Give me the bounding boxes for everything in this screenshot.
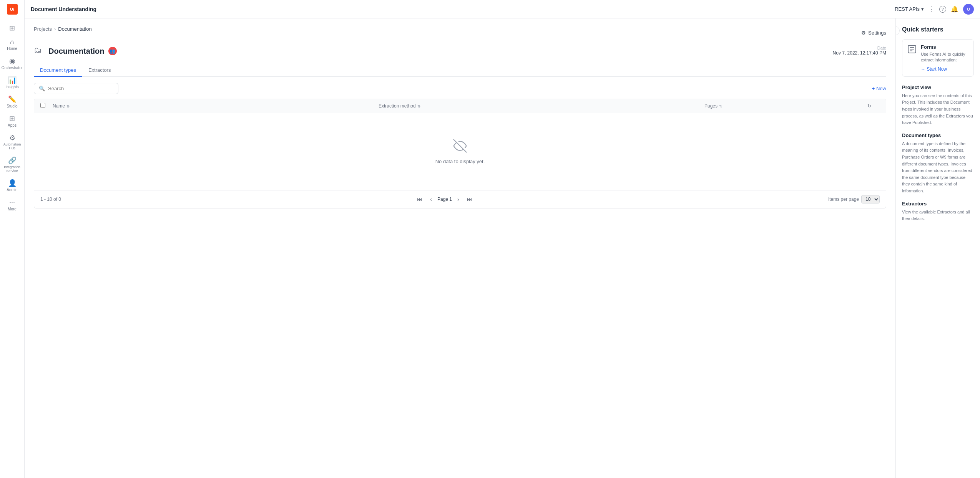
right-panel: › Quick starters Forms (895, 18, 980, 478)
sidebar-item-label: More (8, 207, 17, 211)
tab-extractors[interactable]: Extractors (82, 64, 117, 77)
automation-hub-icon: ⚙ (9, 134, 15, 141)
chevron-down-icon: ▾ (921, 6, 924, 12)
last-page-button[interactable]: ⏭ (465, 195, 475, 203)
info-section-text-project-view: Here you can see the contents of this Pr… (902, 93, 974, 126)
apps-icon: ⊞ (9, 115, 15, 122)
checkbox-all[interactable] (40, 103, 45, 108)
content-area: Projects › Documentation ⚙ Settings 🗂 Do… (25, 18, 980, 478)
bell-icon: 🔔 (951, 5, 958, 13)
title-badge: 👥 (108, 47, 117, 55)
info-section-project-view: Project view Here you can see the conten… (902, 84, 974, 126)
dots-icon: ⋮ (929, 5, 935, 13)
rest-api-button[interactable]: REST APIs ▾ (895, 6, 924, 12)
items-per-page: Items per page 10 25 50 (828, 195, 880, 203)
logo-box: Ui (7, 4, 18, 15)
avatar[interactable]: U (963, 4, 974, 15)
tabs: Document types Extractors (34, 64, 886, 77)
date-value: Nov 7, 2022, 12:17:40 PM (833, 50, 886, 56)
breadcrumb-current: Documentation (58, 26, 91, 32)
pagination-controls: ⏮ ‹ Page 1 › ⏭ (415, 195, 474, 203)
gear-icon: ⚙ (861, 30, 866, 36)
info-section-extractors: Extractors View the available Extractors… (902, 201, 974, 222)
sidebar-item-label: Admin (7, 188, 17, 192)
items-per-page-label: Items per page (828, 197, 859, 202)
sidebar-item-insights[interactable]: 📊 Insights (2, 74, 23, 92)
select-all-checkbox[interactable] (40, 103, 53, 109)
quick-starter-card: Forms Use Forms AI to quickly extract in… (902, 39, 974, 77)
page-header-right: Date Nov 7, 2022, 12:17:40 PM (833, 46, 886, 56)
sidebar-item-apps[interactable]: ⊞ Apps (2, 112, 23, 131)
rest-api-label: REST APIs (895, 6, 920, 12)
column-header-pages[interactable]: Pages ⇅ (704, 103, 867, 109)
sidebar-item-grid[interactable]: ⊞ (2, 22, 23, 35)
start-now-link[interactable]: → Start Now (921, 66, 969, 72)
new-button[interactable]: + New (872, 86, 886, 91)
orchestrator-icon: ◉ (9, 58, 15, 65)
breadcrumb-projects[interactable]: Projects (34, 26, 52, 32)
integration-icon: 🔗 (8, 157, 17, 164)
sidebar-item-label: Automation Hub (3, 142, 22, 150)
sidebar: Ui ⊞ ⌂ Home ◉ Orchestrator 📊 Insights ✏️… (0, 0, 25, 478)
info-section-document-types: Document types A document type is define… (902, 132, 974, 195)
table-container: Name ⇅ Extraction method ⇅ Pages ⇅ ↻ (34, 99, 886, 208)
no-data-text: No data to display yet. (435, 159, 485, 164)
refresh-button[interactable]: ↻ (867, 103, 880, 109)
grid-icon: ⊞ (9, 25, 15, 31)
sidebar-item-label: Studio (7, 104, 17, 108)
home-icon: ⌂ (10, 38, 14, 45)
column-header-name[interactable]: Name ⇅ (53, 103, 379, 109)
help-button[interactable]: ? (939, 6, 946, 13)
sidebar-item-orchestrator[interactable]: ◉ Orchestrator (2, 55, 23, 73)
sidebar-item-automation-hub[interactable]: ⚙ Automation Hub (2, 131, 23, 153)
insights-icon: 📊 (8, 77, 17, 84)
topbar-left: Document Understanding (31, 6, 96, 12)
main-wrapper: Document Understanding REST APIs ▾ ⋮ ? 🔔… (25, 0, 980, 478)
sidebar-item-label: Home (7, 46, 17, 51)
search-icon: 🔍 (39, 86, 45, 91)
product-name: Document Understanding (31, 6, 96, 12)
pagination: 1 - 10 of 0 ⏮ ‹ Page 1 › ⏭ Items per pag… (34, 190, 886, 208)
panel-content: Quick starters Forms Use Forms AI to q (896, 18, 980, 236)
forms-icon (907, 44, 917, 56)
page-header: 🗂 Documentation 👥 Date Nov 7, 2022, 12:1… (34, 46, 886, 56)
sidebar-item-label: Orchestrator (2, 66, 23, 70)
settings-button[interactable]: ⚙ Settings (861, 30, 886, 36)
sidebar-item-home[interactable]: ⌂ Home (2, 35, 23, 54)
sidebar-item-admin[interactable]: 👤 Admin (2, 177, 23, 195)
table-header: Name ⇅ Extraction method ⇅ Pages ⇅ ↻ (34, 99, 886, 113)
product-logo: Document Understanding (31, 6, 96, 12)
refresh-icon: ↻ (867, 103, 871, 109)
per-page-select[interactable]: 10 25 50 (861, 195, 880, 203)
topbar: Document Understanding REST APIs ▾ ⋮ ? 🔔… (25, 0, 980, 18)
search-box: 🔍 (34, 83, 118, 94)
app-logo[interactable]: Ui (3, 3, 22, 15)
studio-icon: ✏️ (8, 96, 17, 103)
page-header-left: 🗂 Documentation 👥 (34, 46, 117, 56)
breadcrumb: Projects › Documentation (34, 26, 92, 32)
qs-title: Forms (921, 44, 969, 50)
date-label: Date (833, 46, 886, 50)
main-content: Projects › Documentation ⚙ Settings 🗂 Do… (25, 18, 895, 478)
sidebar-item-studio[interactable]: ✏️ Studio (2, 93, 23, 111)
more-options-button[interactable]: ⋮ (929, 5, 935, 13)
prev-page-button[interactable]: ‹ (428, 195, 434, 203)
sidebar-item-integration-service[interactable]: 🔗 Integration Service (2, 154, 23, 176)
quick-starter-info: Forms Use Forms AI to quickly extract in… (921, 44, 969, 72)
notifications-button[interactable]: 🔔 (951, 5, 958, 13)
folder-icon: 🗂 (34, 46, 45, 56)
info-section-title-extractors: Extractors (902, 201, 974, 207)
column-header-extraction[interactable]: Extraction method ⇅ (379, 103, 704, 109)
sort-icon-pages: ⇅ (719, 104, 722, 108)
info-section-title-document-types: Document types (902, 132, 974, 138)
search-input[interactable] (48, 86, 113, 91)
sort-icon-name: ⇅ (66, 104, 70, 108)
sidebar-item-label: Apps (8, 123, 17, 127)
next-page-button[interactable]: › (455, 195, 462, 203)
qs-description: Use Forms AI to quickly extract informat… (921, 51, 969, 63)
tab-document-types[interactable]: Document types (34, 64, 82, 77)
sidebar-item-more[interactable]: ··· More (2, 196, 23, 214)
first-page-button[interactable]: ⏮ (415, 195, 425, 203)
table-body: No data to display yet. (34, 113, 886, 190)
pagination-range: 1 - 10 of 0 (40, 197, 61, 202)
